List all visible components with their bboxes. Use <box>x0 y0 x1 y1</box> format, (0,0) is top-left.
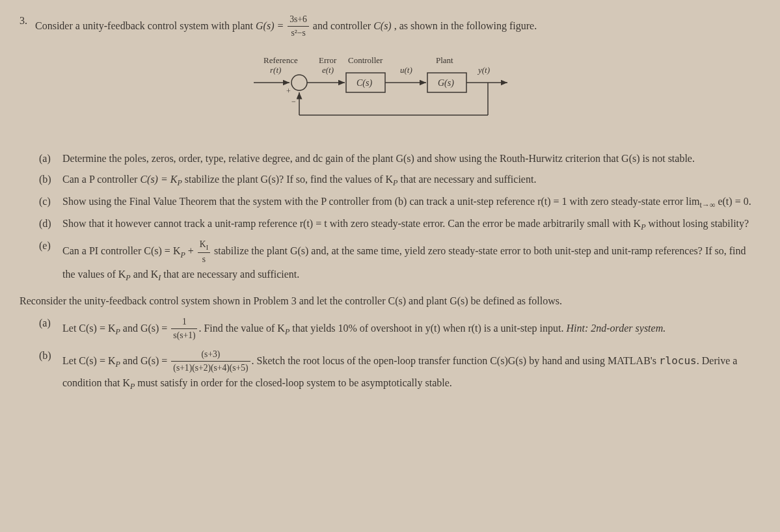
part2-b-sub1: P <box>115 359 120 368</box>
part-e-t4: and K <box>131 269 159 280</box>
part-b-sub: P <box>177 178 182 187</box>
part-e-frac-num: KI <box>198 238 210 253</box>
part-d-label: (d) <box>39 216 55 232</box>
part2-a-label: (a) <box>39 315 55 331</box>
part-e-sub1: P <box>180 250 185 259</box>
diagram-gs: G(s) <box>438 78 454 88</box>
part2-a-text: Let C(s) = KP and G(s) = 1s(s+1). Find t… <box>62 315 760 343</box>
part2-a-frac-den: s(s+1) <box>171 329 197 342</box>
frac-den: s²−s <box>288 27 309 40</box>
part2-b-label: (b) <box>39 348 55 364</box>
svg-point-1 <box>291 75 307 90</box>
part2-b-t5: must satisfy in order for the closed-loo… <box>135 377 451 388</box>
part2-a-hint: Hint: 2nd-order system. <box>567 323 666 334</box>
diagram-error-label: Error <box>319 55 337 65</box>
part-e-fraction: KIs <box>198 238 210 266</box>
part-e-t1: Can a PI controller C(s) = K <box>62 246 180 257</box>
part2-b-fraction: (s+3)(s+1)(s+2)(s+4)(s+5) <box>171 348 250 375</box>
part-c-text: Show using the Final Value Theorem that … <box>62 194 760 211</box>
intro-eq: G(s) = <box>256 20 286 31</box>
part-d: (d) Show that it however cannot track a … <box>39 216 760 233</box>
diagram-plant-label: Plant <box>436 55 453 65</box>
part-c-label: (c) <box>39 194 55 209</box>
part-b-label: (b) <box>39 172 55 187</box>
reconsider-text: Reconsider the unity-feedback control sy… <box>20 295 562 306</box>
part-a: (a) Determine the poles, zeros, order, t… <box>39 151 760 166</box>
part-b-text: Can a P controller C(s) = KP stabilize t… <box>62 172 760 189</box>
part-e-label: (e) <box>39 238 55 254</box>
part2-b-text: Let C(s) = KP and G(s) = (s+3)(s+1)(s+2)… <box>62 348 760 392</box>
part-c-t2: e(t) = 0. <box>715 196 751 207</box>
part-c-sub1: t→∞ <box>700 200 716 209</box>
part2-b-code: rlocus <box>659 354 697 366</box>
part-c: (c) Show using the Final Value Theorem t… <box>39 194 760 211</box>
part2-a-t4: that yields 10% of overshoot in y(t) whe… <box>289 323 566 334</box>
part2-a-t2: and G(s) = <box>120 323 170 334</box>
part-d-t1: Show that it however cannot track a unit… <box>62 218 641 229</box>
diagram-controller-label: Controller <box>348 55 383 65</box>
intro-fraction: 3s+6 s²−s <box>288 13 309 40</box>
part-e-t2: + <box>185 246 196 257</box>
frac-num: 3s+6 <box>288 13 309 27</box>
part-e-sub2: P <box>126 273 130 282</box>
part2-b-frac-num: (s+3) <box>171 348 250 362</box>
problem-intro: Consider a unity-feedback control system… <box>35 13 760 40</box>
part-e-text: Can a PI controller C(s) = KP + KIs stab… <box>62 238 760 284</box>
part2-a-t3: . Find the value of K <box>198 323 284 334</box>
part2-b: (b) Let C(s) = KP and G(s) = (s+3)(s+1)(… <box>39 348 760 392</box>
part-e-frac-den: s <box>198 253 210 266</box>
part2-b-t2: and G(s) = <box>120 354 170 366</box>
frac-num-text: K <box>200 239 206 249</box>
part-b-t1: Can a P controller <box>62 174 140 185</box>
part2-a-sub1: P <box>115 327 120 336</box>
diagram-reference-label: Reference <box>263 55 298 65</box>
part-d-text: Show that it however cannot track a unit… <box>62 216 760 233</box>
problem-number: 3. <box>20 13 27 29</box>
part2-b-frac-den: (s+1)(s+2)(s+4)(s+5) <box>171 362 250 375</box>
part-c-t1: Show using the Final Value Theorem that … <box>62 196 700 207</box>
part-b-eq: C(s) = K <box>140 174 177 185</box>
diagram-plus: + <box>286 86 291 96</box>
intro-text-3: , as shown in the following figure. <box>394 20 537 31</box>
part2-a-frac-num: 1 <box>171 315 197 329</box>
part-e-t5: that are necessary and sufficient. <box>161 269 299 280</box>
diagram-et: e(t) <box>322 65 334 75</box>
part2-b-t1: Let C(s) = K <box>62 354 115 366</box>
part2-a-t1: Let C(s) = K <box>62 323 115 334</box>
diagram-rt: r(t) <box>270 65 281 75</box>
intro-text-1: Consider a unity-feedback control system… <box>35 20 256 31</box>
diagram-ut: u(t) <box>400 65 412 75</box>
part-b-t2: stabilize the plant G(s)? If so, find th… <box>182 174 393 185</box>
diagram-cs: C(s) <box>356 78 372 88</box>
part-b: (b) Can a P controller C(s) = KP stabili… <box>39 172 760 189</box>
diagram-svg: Reference Error Controller Plant r(t) + … <box>241 53 540 131</box>
part-e: (e) Can a PI controller C(s) = KP + KIs … <box>39 238 760 284</box>
frac-num-sub: I <box>206 244 208 251</box>
part2-b-t3: . Sketch the root locus of the open-loop… <box>252 354 659 366</box>
part-a-content: Determine the poles, zeros, order, type,… <box>62 153 695 164</box>
intro-text-2: and controller <box>313 20 373 31</box>
diagram-minus: − <box>291 97 296 106</box>
part-a-text: Determine the poles, zeros, order, type,… <box>62 151 760 166</box>
part-b-t3: that are necessary and sufficient. <box>397 174 536 185</box>
part2-a-fraction: 1s(s+1) <box>171 315 197 343</box>
reconsider-section: Reconsider the unity-feedback control sy… <box>20 293 760 309</box>
part-d-t2: without losing stability? <box>645 218 749 229</box>
problem-header: 3. Consider a unity-feedback control sys… <box>20 13 760 40</box>
part2-a: (a) Let C(s) = KP and G(s) = 1s(s+1). Fi… <box>39 315 760 343</box>
intro-cs: C(s) <box>373 20 392 31</box>
diagram-yt: y(t) <box>477 65 490 75</box>
block-diagram: Reference Error Controller Plant r(t) + … <box>20 53 760 131</box>
part-a-label: (a) <box>39 151 55 166</box>
